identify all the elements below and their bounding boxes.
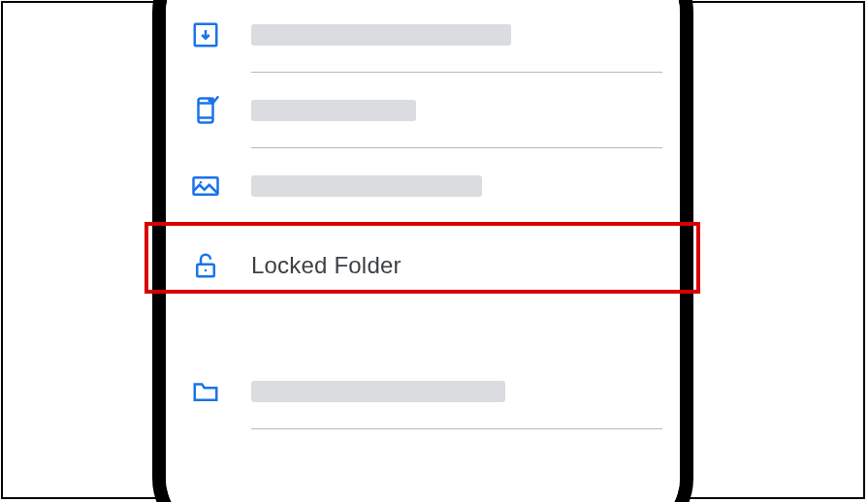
archive-icon (189, 18, 222, 51)
image-frame: Locked Folder (1, 1, 865, 499)
row-photo-frames-placeholder (251, 175, 482, 197)
svg-point-5 (200, 181, 203, 184)
row-locked-folder-label: Locked Folder (251, 252, 402, 279)
row-archive-placeholder (251, 24, 511, 46)
lock-icon (189, 249, 222, 282)
row-folder-placeholder (251, 381, 505, 402)
phone-mockup: Locked Folder (152, 0, 693, 502)
section-header (189, 307, 662, 354)
row-locked-folder[interactable]: Locked Folder (189, 224, 662, 307)
divider (251, 428, 662, 429)
library-list: Locked Folder (189, 0, 662, 429)
row-photo-frames[interactable] (189, 148, 662, 224)
app-screen: Locked Folder (166, 0, 680, 502)
row-free-up-placeholder (251, 100, 416, 121)
row-folder[interactable] (189, 354, 662, 429)
image-icon (189, 170, 222, 203)
folder-icon (189, 375, 222, 408)
svg-point-7 (205, 269, 208, 272)
row-archive[interactable] (189, 0, 662, 73)
row-free-up-space[interactable] (189, 73, 662, 148)
phone-check-icon (189, 94, 222, 127)
